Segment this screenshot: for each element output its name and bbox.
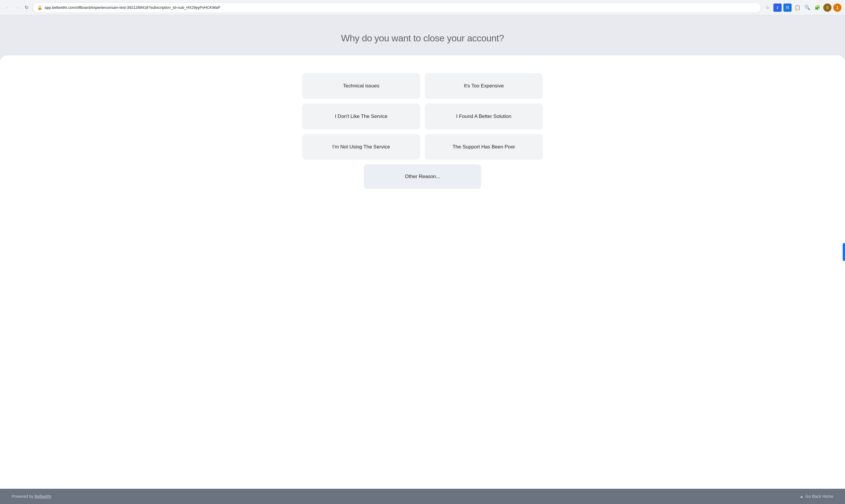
profile-avatar[interactable]: S bbox=[823, 3, 831, 12]
browser-chrome: ← → ↻ 🔒 app.bellwethr.com/offboard/exper… bbox=[0, 0, 845, 15]
extensions-button[interactable]: 🧩 bbox=[813, 3, 822, 12]
arrow-up-icon: ▲ bbox=[799, 494, 804, 499]
url-text: app.bellwethr.com/offboard/experience/sa… bbox=[44, 5, 757, 10]
page-title: Why do you want to close your account? bbox=[6, 33, 839, 44]
powered-by-label: Powered by bbox=[12, 494, 33, 499]
white-card: Technical issues It's Too Expensive I Do… bbox=[0, 55, 845, 489]
nav-buttons: ← → ↻ bbox=[3, 3, 31, 12]
option-found-better[interactable]: I Found A Better Solution bbox=[425, 104, 543, 129]
extension-zoom: Z bbox=[773, 3, 781, 12]
notification-badge[interactable]: 1 bbox=[833, 3, 842, 12]
page-content: Why do you want to close your account? T… bbox=[0, 15, 845, 489]
option-poor-support[interactable]: The Support Has Been Poor bbox=[425, 134, 543, 160]
scroll-indicator bbox=[843, 243, 845, 261]
extension-search: 🔍 bbox=[803, 3, 812, 12]
extension-calendar: 31 bbox=[784, 3, 792, 12]
address-bar[interactable]: 🔒 app.bellwethr.com/offboard/experience/… bbox=[33, 2, 761, 13]
browser-actions: ☆ Z 31 📋 🔍 🧩 S 1 bbox=[763, 3, 842, 12]
footer: Powered by Bellwethr ▲ Go Back Home bbox=[0, 489, 845, 504]
option-too-expensive[interactable]: It's Too Expensive bbox=[425, 73, 543, 99]
reload-button[interactable]: ↻ bbox=[22, 3, 31, 12]
option-not-using[interactable]: I'm Not Using The Service bbox=[302, 134, 420, 160]
back-button[interactable]: ← bbox=[3, 3, 12, 12]
options-grid: Technical issues It's Too Expensive I Do… bbox=[302, 73, 543, 160]
powered-by: Powered by Bellwethr bbox=[12, 494, 51, 499]
option-dont-like-service[interactable]: I Don't Like The Service bbox=[302, 104, 420, 129]
go-back-home-link[interactable]: ▲ Go Back Home bbox=[799, 494, 833, 499]
brand-link[interactable]: Bellwethr bbox=[35, 494, 52, 499]
page-header: Why do you want to close your account? bbox=[0, 15, 845, 55]
extension-clipboard: 📋 bbox=[793, 3, 802, 12]
lock-icon: 🔒 bbox=[37, 5, 42, 10]
other-reason-button[interactable]: Other Reason... bbox=[364, 164, 481, 189]
forward-button[interactable]: → bbox=[13, 3, 21, 12]
bookmark-button[interactable]: ☆ bbox=[763, 3, 772, 12]
go-back-label: Go Back Home bbox=[805, 494, 833, 499]
option-technical-issues[interactable]: Technical issues bbox=[302, 73, 420, 99]
